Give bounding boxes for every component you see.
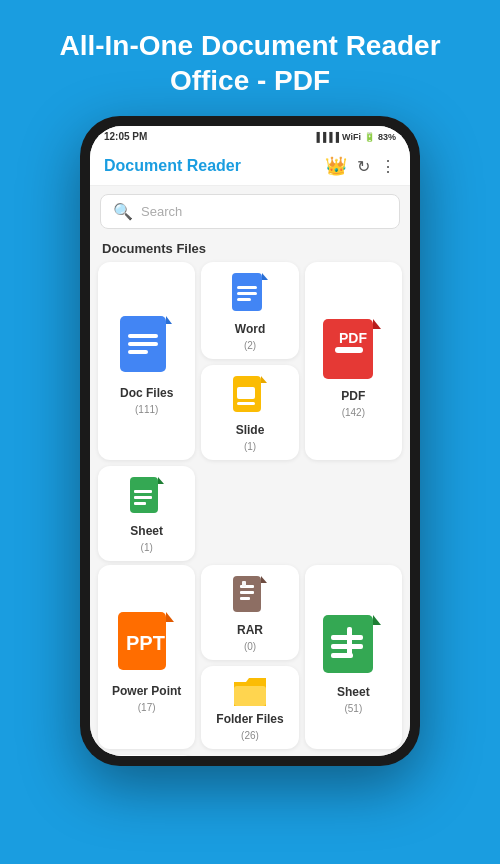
phone-body: 12:05 PM ▐▐▐▐ WiFi 🔋 83% Document Reader… — [80, 116, 420, 766]
wifi-icon: WiFi — [342, 132, 361, 142]
battery-icon: 🔋 — [364, 132, 375, 142]
svg-marker-27 — [261, 576, 267, 583]
phone-screen: 12:05 PM ▐▐▐▐ WiFi 🔋 83% Document Reader… — [90, 126, 410, 756]
svg-rect-30 — [240, 597, 250, 600]
rar-files-label: RAR — [237, 623, 263, 637]
svg-text:PPT: PPT — [126, 632, 165, 654]
svg-rect-20 — [134, 490, 152, 493]
slide-files-label: Slide — [236, 423, 265, 437]
ppt-files-card[interactable]: PPT Power Point (17) — [98, 565, 195, 749]
documents-section-label: Documents Files — [90, 237, 410, 262]
slide-files-count: (1) — [244, 441, 256, 452]
refresh-icon[interactable]: ↻ — [357, 157, 370, 176]
scroll-content: Documents Files Doc Files (111) — [90, 237, 410, 756]
ppt-files-count: (17) — [138, 702, 156, 713]
svg-marker-15 — [261, 376, 267, 383]
doc-files-label: Doc Files — [120, 386, 173, 400]
svg-rect-3 — [128, 342, 158, 346]
svg-rect-17 — [237, 402, 255, 405]
slide-icon — [232, 375, 268, 419]
svg-marker-33 — [373, 615, 381, 625]
sheet2-files-card[interactable]: Sheet (51) — [305, 565, 402, 749]
svg-rect-7 — [237, 286, 257, 289]
doc-icon — [118, 314, 176, 382]
search-placeholder: Search — [141, 204, 182, 219]
rar-files-count: (0) — [244, 641, 256, 652]
sheet2-icon — [321, 607, 385, 681]
svg-rect-37 — [347, 627, 352, 657]
search-icon: 🔍 — [113, 202, 133, 221]
svg-marker-1 — [166, 316, 172, 324]
signal-icon: ▐▐▐▐ — [314, 132, 340, 142]
svg-rect-21 — [134, 496, 152, 499]
pdf-files-label: PDF — [341, 389, 365, 403]
ppt-files-label: Power Point — [112, 684, 181, 698]
folder-files-count: (26) — [241, 730, 259, 741]
rar-files-card[interactable]: RAR (0) — [201, 565, 298, 660]
svg-rect-18 — [130, 477, 158, 513]
pdf-icon: PDF — [321, 311, 385, 385]
battery-level: 83% — [378, 132, 396, 142]
svg-rect-8 — [237, 292, 257, 295]
bookm-files-card[interactable]: Bookm (0) — [98, 755, 195, 756]
folder-files-card[interactable]: Folder Files (26) — [201, 666, 298, 749]
word-files-label: Word — [235, 322, 265, 336]
more-options-icon[interactable]: ⋮ — [380, 157, 396, 176]
svg-rect-4 — [128, 350, 148, 354]
svg-rect-22 — [134, 502, 146, 505]
file-grid-2: PPT Power Point (17) — [90, 565, 410, 756]
svg-marker-24 — [166, 612, 174, 622]
svg-marker-11 — [373, 319, 381, 329]
sheet-center-count: (1) — [141, 542, 153, 553]
folder-files-label: Folder Files — [216, 712, 283, 726]
svg-rect-31 — [242, 581, 246, 587]
rar-icon — [232, 575, 268, 619]
word-files-count: (2) — [244, 340, 256, 351]
svg-rect-29 — [240, 591, 254, 594]
app-header: Document Reader 👑 ↻ ⋮ — [90, 147, 410, 186]
svg-rect-38 — [234, 686, 266, 706]
status-icons: ▐▐▐▐ WiFi 🔋 83% — [314, 132, 396, 142]
pdf-files-card[interactable]: PDF PDF (142) — [305, 262, 402, 460]
ppt-icon: PPT — [116, 608, 178, 680]
svg-marker-19 — [158, 477, 164, 484]
status-time: 12:05 PM — [104, 131, 147, 142]
doc-files-card[interactable]: Doc Files (111) — [98, 262, 195, 460]
header-actions: 👑 ↻ ⋮ — [325, 155, 396, 177]
word-icon — [231, 272, 269, 318]
sheet-icon — [129, 476, 165, 520]
sheet2-files-label: Sheet — [337, 685, 370, 699]
app-title: Document Reader — [104, 157, 241, 175]
pdf-files-count: (142) — [342, 407, 365, 418]
svg-marker-6 — [262, 273, 268, 280]
slide-files-card[interactable]: Slide (1) — [201, 365, 298, 460]
word-files-card[interactable]: Word (2) — [201, 262, 298, 359]
sheet-files-card[interactable]: Sheet (1) — [98, 466, 195, 561]
file-grid: Doc Files (111) Word (2) — [90, 262, 410, 567]
svg-rect-9 — [237, 298, 251, 301]
svg-rect-12 — [335, 347, 363, 353]
phone-frame: 12:05 PM ▐▐▐▐ WiFi 🔋 83% Document Reader… — [80, 116, 420, 766]
svg-rect-16 — [237, 387, 255, 399]
folder-icon — [232, 676, 268, 708]
sheet2-files-count: (51) — [344, 703, 362, 714]
doc-files-count: (111) — [135, 404, 158, 415]
crown-icon[interactable]: 👑 — [325, 155, 347, 177]
svg-text:PDF: PDF — [339, 330, 367, 346]
search-bar[interactable]: 🔍 Search — [100, 194, 400, 229]
svg-rect-2 — [128, 334, 158, 338]
hero-title: All-In-One Document Reader Office - PDF — [0, 0, 500, 116]
status-bar: 12:05 PM ▐▐▐▐ WiFi 🔋 83% — [90, 126, 410, 147]
sheet-center-label: Sheet — [130, 524, 163, 538]
